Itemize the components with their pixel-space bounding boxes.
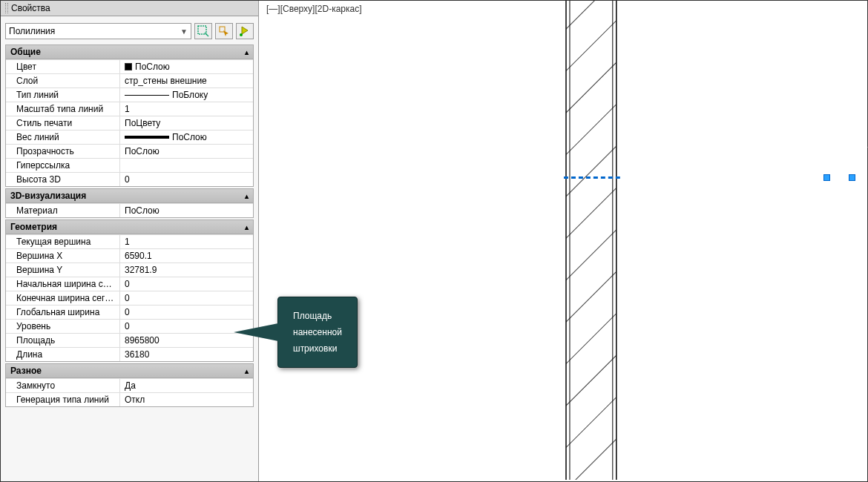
prop-row-hyperlink[interactable]: Гиперссылка <box>6 158 253 172</box>
prop-row-end-width[interactable]: Конечная ширина сег…0 <box>6 291 253 305</box>
prop-row-plotstyle[interactable]: Стиль печатиПоЦвету <box>6 116 253 130</box>
prop-row-closed[interactable]: ЗамкнутоДа <box>6 378 253 392</box>
collapse-icon: ▴ <box>245 48 249 56</box>
prop-row-start-width[interactable]: Начальная ширина се…0 <box>6 277 253 291</box>
properties-panel: Свойства Полилиния ▼ <box>1 1 259 481</box>
prop-row-area[interactable]: Площадь8965800 <box>6 333 253 347</box>
quick-select-button[interactable] <box>194 23 212 39</box>
panel-header[interactable]: Свойства <box>1 1 258 16</box>
section-general: Общие▴ Цвет ПоСлою Слойстр_стены внешние… <box>5 44 254 187</box>
lineweight-sample-icon <box>125 136 169 139</box>
panel-title: Свойства <box>11 3 50 13</box>
prop-row-lineweight[interactable]: Вес линийПоСлою <box>6 130 253 144</box>
section-3dviz: 3D-визуализация▴ МатериалПоСлою <box>5 188 254 218</box>
selection-grip[interactable] <box>823 174 830 181</box>
prop-row-vertex-y[interactable]: Вершина Y32781.9 <box>6 263 253 277</box>
collapse-icon: ▴ <box>245 192 249 200</box>
prop-row-ltgen[interactable]: Генерация типа линийОткл <box>6 392 253 406</box>
prop-row-length[interactable]: Длина36180 <box>6 347 253 361</box>
section-header-3dviz[interactable]: 3D-визуализация▴ <box>6 189 253 203</box>
prop-row-linetype[interactable]: Тип линийПоБлоку <box>6 88 253 102</box>
prop-row-global-width[interactable]: Глобальная ширина0 <box>6 305 253 319</box>
prop-row-height3d[interactable]: Высота 3D0 <box>6 172 253 186</box>
prop-row-material[interactable]: МатериалПоСлою <box>6 203 253 217</box>
collapse-icon: ▴ <box>245 223 249 231</box>
select-value: Полилиния <box>9 26 55 36</box>
caret-down-icon: ▼ <box>180 27 188 36</box>
select-objects-button[interactable] <box>215 23 233 39</box>
section-geometry: Геометрия▴ Текущая вершина1 Вершина X659… <box>5 219 254 362</box>
drawing-viewport[interactable]: [—][Сверху][2D-каркас] ✋ <box>259 1 867 481</box>
prop-row-cur-vertex[interactable]: Текущая вершина1 <box>6 234 253 248</box>
linetype-sample-icon <box>125 95 169 96</box>
prop-row-linescale[interactable]: Масштаб типа линий1 <box>6 102 253 116</box>
prop-row-color[interactable]: Цвет ПоСлою <box>6 59 253 73</box>
drag-handle-icon[interactable] <box>5 3 8 13</box>
object-type-select[interactable]: Полилиния ▼ <box>5 23 191 39</box>
collapse-icon: ▴ <box>245 367 249 375</box>
prop-row-elevation[interactable]: Уровень0 <box>6 319 253 333</box>
section-misc: Разное▴ ЗамкнутоДа Генерация типа линийО… <box>5 363 254 407</box>
prop-row-layer[interactable]: Слойстр_стены внешние <box>6 73 253 88</box>
panel-body: Полилиния ▼ Общие▴ Цвет <box>1 16 258 481</box>
selection-grip[interactable] <box>849 174 855 181</box>
svg-rect-4 <box>566 1 617 480</box>
annotation-tooltip: Площадь нанесенной штриховки <box>277 297 358 368</box>
prop-row-transparency[interactable]: ПрозрачностьПоСлою <box>6 144 253 158</box>
section-header-general[interactable]: Общие▴ <box>6 45 253 59</box>
section-header-geometry[interactable]: Геометрия▴ <box>6 220 253 234</box>
section-header-misc[interactable]: Разное▴ <box>6 364 253 378</box>
toggle-pickadd-button[interactable] <box>236 23 254 39</box>
color-swatch-icon <box>125 63 132 70</box>
prop-row-vertex-x[interactable]: Вершина X6590.1 <box>6 248 253 263</box>
tooltip-arrow-icon <box>234 323 278 341</box>
drawing-canvas[interactable] <box>259 1 867 480</box>
svg-point-2 <box>240 33 243 36</box>
